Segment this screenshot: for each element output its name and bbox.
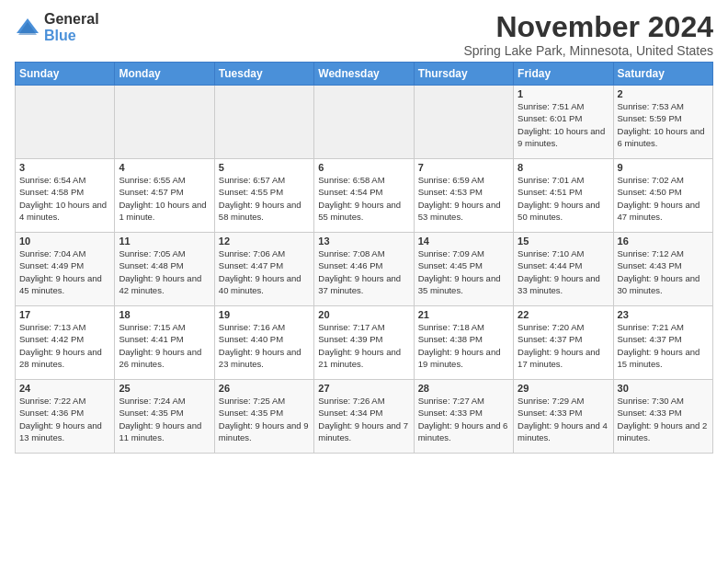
col-sunday: Sunday (16, 63, 115, 86)
day-number: 22 (518, 309, 609, 320)
day-info: Sunrise: 7:21 AM Sunset: 4:37 PM Dayligh… (618, 321, 709, 370)
day-number: 3 (19, 162, 110, 173)
calendar-cell: 22Sunrise: 7:20 AM Sunset: 4:37 PM Dayli… (514, 306, 613, 380)
header: General Blue November 2024 Spring Lake P… (15, 11, 713, 58)
calendar-week-0: 1Sunrise: 7:51 AM Sunset: 6:01 PM Daylig… (16, 86, 713, 159)
calendar-cell: 9Sunrise: 7:02 AM Sunset: 4:50 PM Daylig… (613, 159, 712, 233)
day-number: 29 (518, 383, 609, 394)
calendar-cell: 8Sunrise: 7:01 AM Sunset: 4:51 PM Daylig… (514, 159, 613, 233)
col-friday: Friday (514, 63, 613, 86)
day-info: Sunrise: 7:17 AM Sunset: 4:39 PM Dayligh… (318, 321, 409, 370)
day-info: Sunrise: 6:55 AM Sunset: 4:57 PM Dayligh… (119, 174, 210, 223)
calendar-cell: 3Sunrise: 6:54 AM Sunset: 4:58 PM Daylig… (16, 159, 115, 233)
day-info: Sunrise: 7:26 AM Sunset: 4:34 PM Dayligh… (318, 395, 409, 443)
day-number: 9 (618, 162, 709, 173)
calendar-body: 1Sunrise: 7:51 AM Sunset: 6:01 PM Daylig… (16, 86, 713, 454)
calendar-cell: 10Sunrise: 7:04 AM Sunset: 4:49 PM Dayli… (16, 233, 115, 306)
day-info: Sunrise: 7:25 AM Sunset: 4:35 PM Dayligh… (219, 395, 310, 443)
col-monday: Monday (115, 63, 214, 86)
calendar-cell (214, 86, 313, 159)
day-number: 27 (318, 383, 409, 394)
day-info: Sunrise: 7:51 AM Sunset: 6:01 PM Dayligh… (518, 100, 609, 149)
day-info: Sunrise: 7:04 AM Sunset: 4:49 PM Dayligh… (19, 247, 110, 296)
day-number: 14 (418, 236, 509, 247)
day-number: 10 (19, 236, 110, 247)
calendar-cell: 30Sunrise: 7:30 AM Sunset: 4:33 PM Dayli… (613, 380, 712, 454)
header-row: Sunday Monday Tuesday Wednesday Thursday… (16, 63, 713, 86)
calendar-cell: 17Sunrise: 7:13 AM Sunset: 4:42 PM Dayli… (16, 306, 115, 380)
calendar-week-2: 10Sunrise: 7:04 AM Sunset: 4:49 PM Dayli… (16, 233, 713, 306)
day-number: 12 (219, 236, 310, 247)
day-number: 7 (418, 162, 509, 173)
calendar-cell: 11Sunrise: 7:05 AM Sunset: 4:48 PM Dayli… (115, 233, 214, 306)
logo-blue: Blue (44, 28, 99, 44)
title-block: November 2024 Spring Lake Park, Minnesot… (463, 11, 713, 58)
day-info: Sunrise: 7:18 AM Sunset: 4:38 PM Dayligh… (418, 321, 509, 370)
calendar-cell: 25Sunrise: 7:24 AM Sunset: 4:35 PM Dayli… (115, 380, 214, 454)
col-saturday: Saturday (613, 63, 712, 86)
day-number: 20 (318, 309, 409, 320)
day-number: 4 (119, 162, 210, 173)
calendar-cell: 12Sunrise: 7:06 AM Sunset: 4:47 PM Dayli… (214, 233, 313, 306)
day-info: Sunrise: 7:06 AM Sunset: 4:47 PM Dayligh… (219, 247, 310, 296)
day-number: 2 (618, 88, 709, 99)
day-number: 1 (518, 88, 609, 99)
location: Spring Lake Park, Minnesota, United Stat… (463, 43, 713, 58)
day-info: Sunrise: 7:24 AM Sunset: 4:35 PM Dayligh… (119, 395, 210, 443)
calendar-cell: 1Sunrise: 7:51 AM Sunset: 6:01 PM Daylig… (514, 86, 613, 159)
day-info: Sunrise: 6:59 AM Sunset: 4:53 PM Dayligh… (418, 174, 509, 223)
day-number: 8 (518, 162, 609, 173)
day-number: 15 (518, 236, 609, 247)
day-info: Sunrise: 6:58 AM Sunset: 4:54 PM Dayligh… (318, 174, 409, 223)
day-info: Sunrise: 7:09 AM Sunset: 4:45 PM Dayligh… (418, 247, 509, 296)
day-number: 24 (19, 383, 110, 394)
calendar-week-1: 3Sunrise: 6:54 AM Sunset: 4:58 PM Daylig… (16, 159, 713, 233)
calendar-cell (115, 86, 214, 159)
calendar-table: Sunday Monday Tuesday Wednesday Thursday… (15, 62, 713, 454)
day-info: Sunrise: 7:12 AM Sunset: 4:43 PM Dayligh… (618, 247, 709, 296)
calendar-cell: 29Sunrise: 7:29 AM Sunset: 4:33 PM Dayli… (514, 380, 613, 454)
day-info: Sunrise: 7:02 AM Sunset: 4:50 PM Dayligh… (618, 174, 709, 223)
logo-general: General (44, 11, 99, 28)
day-info: Sunrise: 7:15 AM Sunset: 4:41 PM Dayligh… (119, 321, 210, 370)
day-info: Sunrise: 6:54 AM Sunset: 4:58 PM Dayligh… (19, 174, 110, 223)
calendar-cell: 14Sunrise: 7:09 AM Sunset: 4:45 PM Dayli… (414, 233, 513, 306)
calendar-cell: 19Sunrise: 7:16 AM Sunset: 4:40 PM Dayli… (214, 306, 313, 380)
day-info: Sunrise: 7:20 AM Sunset: 4:37 PM Dayligh… (518, 321, 609, 370)
day-number: 19 (219, 309, 310, 320)
day-number: 26 (219, 383, 310, 394)
day-info: Sunrise: 7:30 AM Sunset: 4:33 PM Dayligh… (618, 395, 709, 443)
page-container: General Blue November 2024 Spring Lake P… (0, 0, 728, 461)
day-number: 25 (119, 383, 210, 394)
day-number: 17 (19, 309, 110, 320)
day-number: 11 (119, 236, 210, 247)
day-number: 21 (418, 309, 509, 320)
day-info: Sunrise: 7:16 AM Sunset: 4:40 PM Dayligh… (219, 321, 310, 370)
logo-icon (15, 15, 40, 40)
logo: General Blue (15, 11, 99, 43)
day-info: Sunrise: 7:27 AM Sunset: 4:33 PM Dayligh… (418, 395, 509, 443)
col-wednesday: Wednesday (314, 63, 414, 86)
month-title: November 2024 (463, 11, 713, 43)
logo-text: General Blue (44, 11, 99, 43)
calendar-cell: 28Sunrise: 7:27 AM Sunset: 4:33 PM Dayli… (414, 380, 513, 454)
day-info: Sunrise: 7:08 AM Sunset: 4:46 PM Dayligh… (318, 247, 409, 296)
calendar-cell (314, 86, 414, 159)
calendar-cell: 20Sunrise: 7:17 AM Sunset: 4:39 PM Dayli… (314, 306, 414, 380)
col-tuesday: Tuesday (214, 63, 313, 86)
calendar-cell: 5Sunrise: 6:57 AM Sunset: 4:55 PM Daylig… (214, 159, 313, 233)
calendar-header: Sunday Monday Tuesday Wednesday Thursday… (16, 63, 713, 86)
day-info: Sunrise: 7:10 AM Sunset: 4:44 PM Dayligh… (518, 247, 609, 296)
day-info: Sunrise: 7:13 AM Sunset: 4:42 PM Dayligh… (19, 321, 110, 370)
calendar-cell: 16Sunrise: 7:12 AM Sunset: 4:43 PM Dayli… (613, 233, 712, 306)
calendar-cell: 15Sunrise: 7:10 AM Sunset: 4:44 PM Dayli… (514, 233, 613, 306)
day-number: 23 (618, 309, 709, 320)
calendar-cell: 27Sunrise: 7:26 AM Sunset: 4:34 PM Dayli… (314, 380, 414, 454)
calendar-cell: 13Sunrise: 7:08 AM Sunset: 4:46 PM Dayli… (314, 233, 414, 306)
day-number: 16 (618, 236, 709, 247)
day-number: 30 (618, 383, 709, 394)
calendar-cell (414, 86, 513, 159)
day-number: 13 (318, 236, 409, 247)
day-info: Sunrise: 7:29 AM Sunset: 4:33 PM Dayligh… (518, 395, 609, 443)
calendar-cell: 18Sunrise: 7:15 AM Sunset: 4:41 PM Dayli… (115, 306, 214, 380)
